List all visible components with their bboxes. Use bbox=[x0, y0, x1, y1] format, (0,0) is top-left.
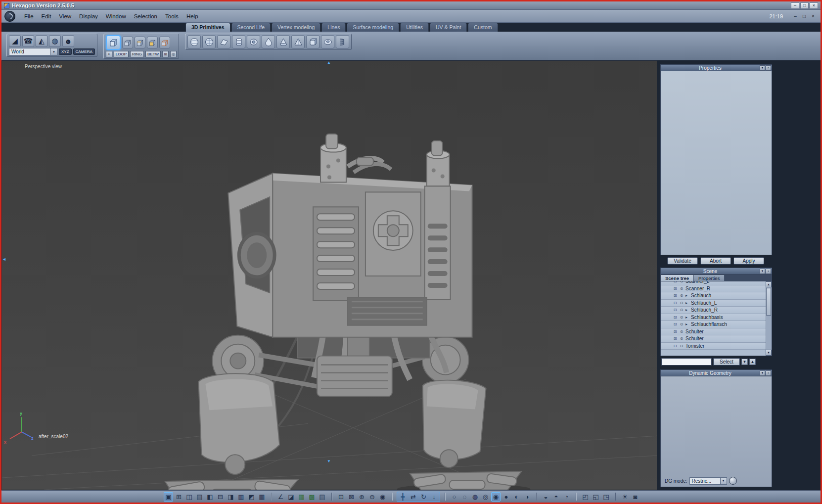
tab-vertex-modeling[interactable]: Vertex modeling bbox=[272, 23, 320, 32]
select-edge-mode-button[interactable] bbox=[135, 37, 145, 48]
tab-uv-paint[interactable]: UV & Paint bbox=[430, 23, 467, 32]
torus-primitive-button[interactable] bbox=[321, 35, 334, 48]
four-view-icon[interactable]: ⊞ bbox=[174, 492, 183, 502]
layer-stack-3-icon[interactable]: ◳ bbox=[601, 492, 611, 502]
expander-icon[interactable]: ▸ bbox=[685, 315, 689, 320]
menu-tools[interactable]: Tools bbox=[161, 10, 183, 22]
layer-stack-2-icon[interactable]: ◱ bbox=[591, 492, 600, 502]
facet-mode-icon[interactable]: ◍ bbox=[470, 492, 480, 502]
lock-icon[interactable]: ⊡ bbox=[673, 329, 678, 334]
wire-sphere-tool-icon[interactable]: ◍ bbox=[49, 35, 61, 47]
paint-icon[interactable]: ◪ bbox=[286, 492, 296, 502]
lock-icon[interactable]: ⊡ bbox=[673, 336, 678, 341]
camera-button[interactable]: CAMERA bbox=[73, 48, 95, 55]
three-view-top-icon[interactable]: ▤ bbox=[195, 492, 204, 502]
textured-mode-icon[interactable]: ◐ bbox=[512, 492, 521, 502]
picker-tool-icon[interactable]: ⌖ bbox=[106, 51, 112, 57]
tree-item-tornister[interactable]: ⊡ ⊙ Tornister bbox=[661, 343, 766, 350]
lock-icon[interactable]: ⊡ bbox=[673, 344, 678, 348]
dg-dropdown-arrow-icon[interactable]: ▼ bbox=[720, 477, 727, 485]
split-left-icon[interactable]: ◧ bbox=[205, 492, 215, 502]
eye-icon[interactable]: ⊙ bbox=[679, 301, 684, 305]
menu-edit[interactable]: Edit bbox=[38, 10, 55, 22]
move-tool-icon[interactable]: ⇄ bbox=[409, 492, 418, 502]
tree-item-scanner-l[interactable]: ⊡ ⊙ Scanner_L bbox=[661, 281, 766, 285]
close-button[interactable]: × bbox=[810, 2, 818, 9]
fit-view-icon[interactable]: ⊡ bbox=[336, 492, 346, 502]
eye-icon[interactable]: ⊙ bbox=[679, 308, 684, 312]
tree-item-schlauch-l[interactable]: ⊡ ⊙ ▸ Schlauch_L bbox=[661, 300, 766, 307]
tab-scene-properties[interactable]: Properties bbox=[694, 275, 725, 281]
lock-icon[interactable]: ⊡ bbox=[673, 308, 678, 312]
cut-tool-icon[interactable]: ◢ bbox=[9, 35, 21, 47]
grid-view-icon[interactable]: ▦ bbox=[257, 492, 267, 502]
flat-shade-mode-icon[interactable]: ◎ bbox=[481, 492, 490, 502]
rotate-tool-icon[interactable]: ↻ bbox=[419, 492, 428, 502]
chamfer-cube-primitive-button[interactable] bbox=[306, 35, 320, 48]
eye-icon[interactable]: ⊙ bbox=[679, 315, 684, 320]
frame-selection-icon[interactable]: ⊠ bbox=[347, 492, 356, 502]
sphere-primitive-button[interactable] bbox=[187, 35, 201, 48]
two-view-horizontal-icon[interactable]: ⊟ bbox=[216, 492, 225, 502]
layer-stack-1-icon[interactable]: ◰ bbox=[581, 492, 590, 502]
scene-tree-scrollbar[interactable]: ▲ ▼ bbox=[766, 281, 772, 356]
scene-tree[interactable]: ⊡ ⊙ Scanner_L ⊡ ⊙ Scanner_R ⊡ ⊙ ▸ Schlau… bbox=[660, 281, 772, 356]
lock-icon[interactable]: ⊡ bbox=[673, 315, 678, 320]
eye-icon[interactable]: ⊙ bbox=[679, 281, 684, 283]
properties-collapse-icon[interactable]: ▼ bbox=[760, 65, 765, 71]
expander-icon[interactable]: ▸ bbox=[685, 293, 689, 298]
tab-second-life[interactable]: Second Life bbox=[231, 23, 271, 32]
select-all-mode-button[interactable] bbox=[159, 37, 170, 48]
menu-window[interactable]: Window bbox=[102, 10, 130, 22]
two-view-vertical-icon[interactable]: ◫ bbox=[184, 492, 194, 502]
xyz-button[interactable]: XYZ bbox=[59, 48, 72, 55]
helix-primitive-button[interactable] bbox=[336, 35, 349, 48]
scroll-down-icon[interactable]: ▼ bbox=[766, 350, 772, 356]
hidden-line-mode-icon[interactable]: ◌ bbox=[460, 492, 469, 502]
viewport[interactable]: Perspective view after_scale02 y x z ▲ ▼… bbox=[1, 60, 657, 490]
tree-item-schlauch[interactable]: ⊡ ⊙ ▸ Schlauch bbox=[661, 292, 766, 300]
light-mode-1-icon[interactable]: ◒ bbox=[541, 492, 550, 502]
ring-button[interactable]: RING bbox=[130, 51, 144, 57]
wireframe-mode-icon[interactable]: ○ bbox=[450, 492, 459, 502]
grow-selection-icon[interactable]: ⊞ bbox=[162, 51, 169, 57]
splitter-left-handle[interactable]: ◄ bbox=[2, 257, 6, 262]
select-option-up-icon[interactable]: ▲ bbox=[749, 359, 756, 365]
smooth-shade-mode-icon[interactable]: ◉ bbox=[491, 492, 501, 502]
maximize-button-inner[interactable]: □ bbox=[800, 12, 809, 20]
eye-icon[interactable]: ⊙ bbox=[679, 322, 684, 326]
phone-tool-icon[interactable]: ☎ bbox=[22, 35, 34, 47]
tab-surface-modeling[interactable]: Surface modeling bbox=[347, 23, 399, 32]
eye-icon[interactable]: ⊙ bbox=[679, 293, 684, 298]
scrollbar-thumb[interactable] bbox=[766, 288, 771, 316]
teardrop-primitive-button[interactable] bbox=[262, 35, 275, 48]
dg-mode-dropdown[interactable]: Restric... ▼ bbox=[689, 477, 727, 485]
expander-icon[interactable]: ▸ bbox=[685, 308, 689, 312]
dg-sphere-button[interactable] bbox=[729, 477, 737, 485]
scene-panel-header[interactable]: Scene ▼ × bbox=[660, 268, 772, 275]
tree-item-schlauchbasis[interactable]: ⊡ ⊙ ▸ Schlauchbasis bbox=[661, 314, 766, 321]
splitter-bottom-handle[interactable]: ▼ bbox=[327, 459, 331, 463]
splitter-top-handle[interactable]: ▲ bbox=[327, 61, 331, 65]
tree-item-schulter-1[interactable]: ⊡ ⊙ Schulter bbox=[661, 328, 766, 336]
apply-button[interactable]: Apply bbox=[733, 257, 764, 265]
tab-utilities[interactable]: Utilities bbox=[400, 23, 429, 32]
tree-item-schlauchflansch[interactable]: ⊡ ⊙ ▸ Schlauchflansch bbox=[661, 321, 766, 328]
drop-tool-icon[interactable]: ↓ bbox=[429, 492, 439, 502]
scene-collapse-icon[interactable]: ▼ bbox=[760, 269, 765, 274]
split-corner-icon[interactable]: ◩ bbox=[247, 492, 256, 502]
properties-close-icon[interactable]: × bbox=[766, 65, 771, 71]
expander-icon[interactable]: ▸ bbox=[685, 322, 689, 326]
menu-view[interactable]: View bbox=[55, 10, 75, 22]
tree-item-scanner-r[interactable]: ⊡ ⊙ Scanner_R bbox=[661, 285, 766, 293]
textured-wire-mode-icon[interactable]: ◑ bbox=[522, 492, 532, 502]
scroll-up-icon[interactable]: ▲ bbox=[766, 281, 772, 287]
dg-close-icon[interactable]: × bbox=[766, 370, 771, 376]
world-axis-dropdown[interactable]: World ▼ bbox=[9, 48, 57, 55]
select-vertex-mode-button[interactable] bbox=[122, 37, 133, 48]
prism-tool-icon[interactable]: ◭ bbox=[36, 35, 47, 47]
lock-icon[interactable]: ⊡ bbox=[673, 301, 678, 305]
split-right-icon[interactable]: ◨ bbox=[226, 492, 235, 502]
scene-filter-input[interactable] bbox=[661, 358, 712, 366]
menu-help[interactable]: Help bbox=[183, 10, 202, 22]
